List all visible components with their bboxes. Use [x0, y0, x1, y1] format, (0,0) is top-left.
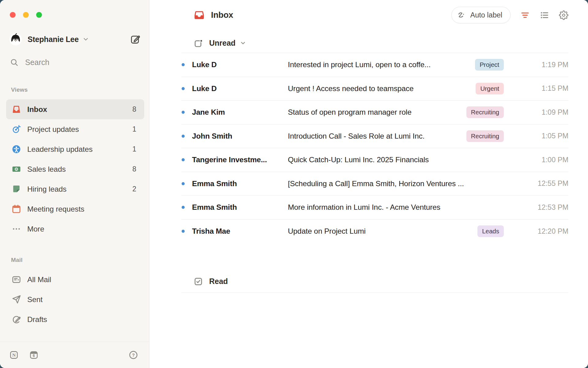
sidebar: Stephanie Lee Search Views Inbox 8 Proje…: [0, 0, 149, 368]
mail-nav: All Mail Sent Drafts: [6, 270, 144, 329]
email-sender: Tangerine Investme...: [192, 155, 288, 164]
drafts-icon: [12, 315, 21, 324]
views-nav: Inbox 8 Project updates 1 Leadership upd…: [6, 99, 144, 239]
email-tag[interactable]: Leads: [477, 225, 504, 237]
views-section-label: Views: [11, 86, 149, 93]
email-row[interactable]: Emma Smith More information in Lumi Inc.…: [181, 196, 568, 220]
search-label: Search: [25, 58, 49, 67]
sidebar-item-project-updates[interactable]: Project updates 1: [6, 119, 144, 139]
inbox-icon: [194, 10, 205, 21]
email-time: 12:55 PM: [515, 179, 568, 188]
email-row[interactable]: Luke D Urgent ! Access needed to teamspa…: [181, 77, 568, 101]
sidebar-item-all-mail[interactable]: All Mail: [6, 270, 144, 289]
settings-gear-icon[interactable]: [559, 10, 568, 20]
email-row[interactable]: Trisha Mae Update on Project Lumi Leads …: [181, 220, 568, 243]
read-divider: [181, 292, 568, 293]
email-sender: Trisha Mae: [192, 227, 288, 236]
email-subject: Quick Catch-Up: Lumi Inc. 2025 Financial…: [288, 155, 507, 164]
sidebar-item-hiring-leads[interactable]: Hiring leads 2: [6, 179, 144, 199]
svg-text:?: ?: [132, 353, 135, 358]
email-row[interactable]: Tangerine Investme... Quick Catch-Up: Lu…: [181, 148, 568, 172]
email-tag[interactable]: Project: [475, 59, 504, 71]
email-subject: [Scheduling a Call] Emma Smith, Horizon …: [288, 179, 507, 188]
email-sender: Luke D: [192, 84, 288, 93]
calendar-app-icon[interactable]: 6: [29, 350, 39, 360]
sidebar-item-drafts[interactable]: Drafts: [6, 309, 144, 329]
account-switcher[interactable]: Stephanie Lee: [9, 33, 141, 46]
list-view-icon[interactable]: [540, 10, 549, 20]
sidebar-footer: N 6 ?: [0, 342, 149, 368]
email-subject: Urgent ! Access needed to teamspace: [288, 84, 468, 93]
svg-text:N: N: [12, 352, 16, 358]
filter-icon[interactable]: [520, 10, 530, 20]
app-window: Stephanie Lee Search Views Inbox 8 Proje…: [0, 0, 588, 368]
zoom-button[interactable]: [36, 12, 42, 18]
notion-app-icon[interactable]: N: [9, 350, 19, 360]
inbox-icon: [12, 105, 21, 114]
money-icon: [12, 164, 21, 174]
sidebar-item-sales-leads[interactable]: Sales leads 8: [6, 159, 144, 179]
read-checkbox-icon: [194, 277, 203, 286]
email-time: 1:05 PM: [515, 132, 568, 140]
email-subject: More information in Lumi Inc. - Acme Ven…: [288, 203, 507, 212]
email-list: Luke D Interested in project Lumi, open …: [181, 53, 568, 243]
more-icon: [12, 224, 21, 234]
user-name: Stephanie Lee: [28, 35, 79, 44]
email-row[interactable]: Luke D Interested in project Lumi, open …: [181, 53, 568, 77]
mail-section-label: Mail: [11, 257, 149, 263]
avatar: [9, 33, 22, 46]
compose-icon[interactable]: [130, 34, 141, 44]
unread-section-header[interactable]: Unread: [181, 33, 568, 53]
sidebar-item-more[interactable]: More: [6, 219, 144, 239]
close-button[interactable]: [10, 12, 16, 18]
unread-icon: [194, 38, 203, 48]
main-panel: Inbox Auto label: [149, 0, 588, 368]
email-subject: Interested in project Lumi, open to a co…: [288, 60, 468, 69]
unread-dot: [182, 230, 185, 233]
email-sender: Emma Smith: [192, 203, 288, 212]
search-button[interactable]: Search: [10, 58, 141, 67]
page-title: Inbox: [211, 10, 233, 20]
calendar-icon: [12, 204, 21, 214]
email-time: 12:53 PM: [515, 203, 568, 212]
read-section-header[interactable]: Read: [181, 271, 568, 291]
main-header: Inbox Auto label: [181, 0, 568, 30]
note-icon: [12, 184, 21, 194]
email-row[interactable]: Emma Smith [Scheduling a Call] Emma Smit…: [181, 172, 568, 196]
email-time: 1:19 PM: [515, 61, 568, 69]
email-subject: Introduction Call - Sales Role at Lumi I…: [288, 132, 459, 140]
send-icon: [12, 295, 21, 304]
email-tag[interactable]: Recruiting: [466, 106, 504, 118]
sidebar-item-inbox[interactable]: Inbox 8: [6, 99, 144, 119]
sidebar-item-leadership-updates[interactable]: Leadership updates 1: [6, 139, 144, 159]
email-sender: Luke D: [192, 60, 288, 69]
target-icon: [12, 125, 21, 134]
email-subject: Update on Project Lumi: [288, 227, 470, 236]
email-tag[interactable]: Recruiting: [466, 130, 504, 142]
unread-label: Unread: [209, 39, 236, 48]
auto-label-button[interactable]: Auto label: [451, 7, 511, 23]
svg-text:6: 6: [33, 354, 35, 358]
unread-dot: [182, 87, 185, 90]
email-time: 1:09 PM: [515, 108, 568, 117]
person-icon: [12, 144, 21, 154]
unread-dot: [182, 111, 185, 114]
unread-dot: [182, 135, 185, 138]
sidebar-item-sent[interactable]: Sent: [6, 289, 144, 309]
minimize-button[interactable]: [23, 12, 29, 18]
auto-label-icon: [457, 11, 466, 20]
help-icon[interactable]: ?: [129, 350, 138, 360]
unread-dot: [182, 206, 185, 209]
unread-dot: [182, 158, 185, 161]
email-sender: Jane Kim: [192, 108, 288, 117]
email-time: 1:15 PM: [515, 84, 568, 93]
email-row[interactable]: Jane Kim Status of open program manager …: [181, 101, 568, 125]
email-row[interactable]: John Smith Introduction Call - Sales Rol…: [181, 125, 568, 148]
sidebar-item-meeting-requests[interactable]: Meeting requests: [6, 199, 144, 219]
chevron-down-icon: [240, 40, 246, 46]
email-sender: Emma Smith: [192, 179, 288, 188]
email-tag[interactable]: Urgent: [476, 83, 504, 94]
email-time: 12:20 PM: [515, 227, 568, 236]
email-sender: John Smith: [192, 132, 288, 140]
all-mail-icon: [12, 275, 21, 284]
